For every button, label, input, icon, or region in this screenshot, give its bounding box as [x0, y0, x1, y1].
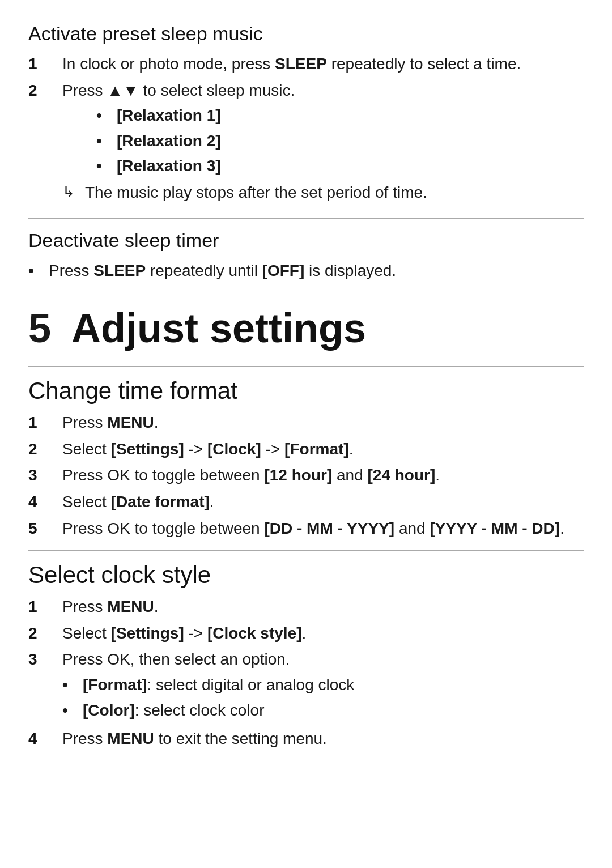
- deactivate-sleep-bullets: • Press SLEEP repeatedly until [OFF] is …: [28, 259, 584, 283]
- scs-step-2: 2 Select [Settings] -> [Clock style].: [28, 622, 584, 645]
- ctf-step-text-2: Select [Settings] -> [Clock] -> [Format]…: [62, 438, 584, 461]
- bullet-relaxation-3: • [Relaxation 3]: [96, 155, 584, 178]
- relaxation-bullets: • [Relaxation 1] • [Relaxation 2] • [Rel…: [96, 104, 584, 178]
- scs-step-1: 1 Press MENU.: [28, 595, 584, 619]
- change-time-format-steps: 1 Press MENU. 2 Select [Settings] -> [Cl…: [28, 411, 584, 540]
- deactivate-bullet-text: Press SLEEP repeatedly until [OFF] is di…: [49, 259, 396, 283]
- scs-bullet-color: • [Color]: select clock color: [62, 699, 584, 722]
- ctf-step-num-3: 3: [28, 464, 62, 487]
- divider-1: [28, 218, 584, 219]
- ctf-step-text-3: Press OK to toggle between [12 hour] and…: [62, 464, 584, 487]
- scs-step-num-3: 3: [28, 648, 62, 671]
- scs-step-3: 3 Press OK, then select an option. • [Fo…: [28, 648, 584, 724]
- change-time-format-title: Change time format: [28, 377, 584, 405]
- ctf-step-text-5: Press OK to toggle between [DD - MM - YY…: [62, 517, 584, 541]
- bullet-text-3: [Relaxation 3]: [117, 155, 221, 178]
- scs-bullet-dot-1: •: [62, 674, 83, 697]
- scs-bullet-dot-2: •: [62, 699, 83, 722]
- activate-preset-steps: 1 In clock or photo mode, press SLEEP re…: [28, 53, 584, 208]
- arrow-symbol: ↳: [62, 181, 85, 203]
- step-text-2: Press ▲▼ to select sleep music. • [Relax…: [62, 79, 584, 208]
- select-clock-style-steps: 1 Press MENU. 2 Select [Settings] -> [Cl…: [28, 595, 584, 751]
- divider-3: [28, 550, 584, 551]
- select-clock-style-section: Select clock style 1 Press MENU. 2 Selec…: [28, 561, 584, 751]
- deactivate-sleep-title: Deactivate sleep timer: [28, 229, 584, 252]
- scs-step-num-2: 2: [28, 622, 62, 645]
- clock-style-bullets: • [Format]: select digital or analog clo…: [62, 674, 584, 722]
- arrow-text: The music play stops after the set perio…: [85, 181, 427, 205]
- activate-preset-title: Activate preset sleep music: [28, 23, 584, 45]
- bullet-text-1: [Relaxation 1]: [117, 104, 221, 127]
- bullet-dot-1: •: [96, 104, 117, 127]
- scs-step-text-4: Press MENU to exit the setting menu.: [62, 727, 584, 751]
- ctf-step-3: 3 Press OK to toggle between [12 hour] a…: [28, 464, 584, 487]
- deactivate-bullet-dot: •: [28, 259, 49, 283]
- ctf-step-4: 4 Select [Date format].: [28, 491, 584, 514]
- scs-step-4: 4 Press MENU to exit the setting menu.: [28, 727, 584, 751]
- ctf-step-5: 5 Press OK to toggle between [DD - MM - …: [28, 517, 584, 541]
- bullet-text-2: [Relaxation 2]: [117, 130, 221, 153]
- bullet-dot-2: •: [96, 130, 117, 153]
- scs-step-text-2: Select [Settings] -> [Clock style].: [62, 622, 584, 645]
- bullet-relaxation-2: • [Relaxation 2]: [96, 130, 584, 153]
- ctf-step-text-4: Select [Date format].: [62, 491, 584, 514]
- scs-step-num-4: 4: [28, 727, 62, 751]
- ctf-step-num-4: 4: [28, 491, 62, 514]
- step-number-1: 1: [28, 53, 62, 76]
- ctf-step-num-1: 1: [28, 411, 62, 435]
- scs-step-num-1: 1: [28, 595, 62, 619]
- change-time-format-section: Change time format 1 Press MENU. 2 Selec…: [28, 377, 584, 540]
- chapter-heading-row: 5 Adjust settings: [28, 288, 584, 356]
- scs-step-text-3: Press OK, then select an option. • [Form…: [62, 648, 584, 724]
- bullet-relaxation-1: • [Relaxation 1]: [96, 104, 584, 127]
- arrow-note: ↳ The music play stops after the set per…: [62, 181, 584, 205]
- step-text-1: In clock or photo mode, press SLEEP repe…: [62, 53, 584, 76]
- scs-step-text-1: Press MENU.: [62, 595, 584, 619]
- activate-preset-section: Activate preset sleep music 1 In clock o…: [28, 23, 584, 208]
- step-number-2: 2: [28, 79, 62, 103]
- step-2: 2 Press ▲▼ to select sleep music. • [Rel…: [28, 79, 584, 208]
- ctf-step-1: 1 Press MENU.: [28, 411, 584, 435]
- deactivate-sleep-section: Deactivate sleep timer • Press SLEEP rep…: [28, 229, 584, 283]
- deactivate-bullet: • Press SLEEP repeatedly until [OFF] is …: [28, 259, 584, 283]
- select-clock-style-title: Select clock style: [28, 561, 584, 589]
- ctf-step-text-1: Press MENU.: [62, 411, 584, 435]
- ctf-step-num-5: 5: [28, 517, 62, 541]
- ctf-step-num-2: 2: [28, 438, 62, 461]
- chapter-number: 5: [28, 305, 51, 351]
- divider-2: [28, 366, 584, 367]
- scs-bullet-format: • [Format]: select digital or analog clo…: [62, 674, 584, 697]
- ctf-step-2: 2 Select [Settings] -> [Clock] -> [Forma…: [28, 438, 584, 461]
- scs-bullet-text-1: [Format]: select digital or analog clock: [83, 674, 354, 697]
- step-1: 1 In clock or photo mode, press SLEEP re…: [28, 53, 584, 76]
- chapter-title: Adjust settings: [71, 305, 366, 351]
- scs-bullet-text-2: [Color]: select clock color: [83, 699, 265, 722]
- bullet-dot-3: •: [96, 155, 117, 178]
